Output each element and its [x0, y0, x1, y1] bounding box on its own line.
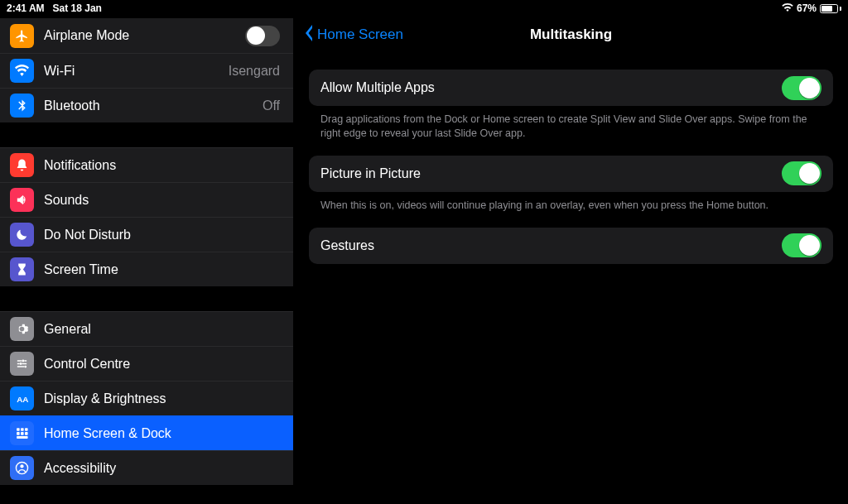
sidebar-item-access[interactable]: Accessibility — [0, 450, 293, 485]
back-label: Home Screen — [317, 26, 403, 43]
sidebar-item-display[interactable]: AADisplay & Brightness — [0, 381, 293, 415]
chevron-left-icon — [304, 25, 314, 46]
status-date: Sat 18 Jan — [53, 2, 102, 14]
bell-icon — [10, 153, 34, 177]
sidebar-item-notifications[interactable]: Notifications — [0, 147, 293, 182]
sidebar-item-label: Home Screen & Dock — [44, 426, 280, 441]
svg-point-0 — [22, 360, 25, 362]
sidebar-item-screentime[interactable]: Screen Time — [0, 252, 293, 286]
battery-icon — [820, 4, 841, 13]
toggle-switch[interactable] — [782, 76, 822, 100]
setting-label: Picture in Picture — [320, 166, 421, 181]
page-title: Multitasking — [530, 26, 612, 43]
hourglass-icon — [10, 257, 34, 281]
svg-rect-7 — [17, 432, 20, 435]
svg-rect-10 — [17, 436, 27, 439]
person-icon — [10, 456, 34, 480]
svg-point-12 — [20, 464, 23, 468]
status-time: 2:41 AM — [7, 2, 45, 14]
wifi-icon — [10, 59, 34, 83]
svg-text:AA: AA — [17, 395, 28, 404]
svg-point-1 — [20, 362, 22, 365]
setting-label: Gestures — [320, 238, 374, 253]
svg-rect-4 — [17, 428, 20, 431]
settings-sidebar: Settings Airplane ModeWi-FiIsengardBluet… — [0, 17, 294, 504]
back-button[interactable]: Home Screen — [304, 25, 403, 46]
svg-rect-5 — [21, 428, 24, 431]
detail-pane: Home Screen Multitasking Allow Multiple … — [294, 17, 848, 504]
sidebar-item-dnd[interactable]: Do Not Disturb — [0, 217, 293, 252]
sidebar-item-wifi[interactable]: Wi-FiIsengard — [0, 53, 293, 88]
sidebar-item-label: General — [44, 322, 280, 337]
svg-rect-6 — [25, 428, 28, 431]
svg-rect-9 — [25, 432, 28, 435]
sidebar-item-control[interactable]: Control Centre — [0, 346, 293, 381]
sidebar-item-label: Display & Brightness — [44, 391, 280, 406]
speaker-icon — [10, 188, 34, 212]
sidebar-item-airplane[interactable]: Airplane Mode — [0, 18, 293, 53]
moon-icon — [10, 223, 34, 247]
airplane-icon — [10, 24, 34, 48]
setting-row-gestures: Gestures — [309, 228, 833, 264]
aa-icon: AA — [10, 386, 34, 410]
setting-footer: Drag applications from the Dock or Home … — [309, 106, 833, 156]
sidebar-item-label: Bluetooth — [44, 98, 253, 113]
sidebar-item-label: Accessibility — [44, 461, 280, 476]
sidebar-item-label: Do Not Disturb — [44, 228, 280, 242]
setting-row-picture-in-picture: Picture in Picture — [309, 156, 833, 192]
bluetooth-icon — [10, 94, 34, 118]
setting-footer: When this is on, videos will continue pl… — [309, 192, 833, 228]
sidebar-item-label: Wi-Fi — [44, 64, 219, 79]
svg-rect-8 — [21, 432, 24, 435]
sidebar-item-home[interactable]: Home Screen & Dock — [0, 415, 293, 450]
wifi-icon — [782, 2, 793, 14]
svg-point-2 — [24, 366, 26, 368]
sidebar-item-bluetooth[interactable]: BluetoothOff — [0, 88, 293, 122]
sidebar-item-detail: Off — [263, 98, 280, 113]
sidebar-item-label: Sounds — [44, 193, 280, 208]
sidebar-item-sounds[interactable]: Sounds — [0, 182, 293, 217]
sliders-icon — [10, 352, 34, 376]
sidebar-item-label: Screen Time — [44, 262, 280, 277]
toggle-switch[interactable] — [782, 161, 822, 185]
toggle-switch[interactable] — [782, 233, 822, 257]
battery-percent: 67% — [797, 2, 817, 14]
sidebar-item-label: Airplane Mode — [44, 28, 235, 43]
toggle-switch[interactable] — [245, 26, 280, 46]
sidebar-item-general[interactable]: General — [0, 311, 293, 346]
setting-row-allow-multiple-apps: Allow Multiple Apps — [309, 70, 833, 106]
sidebar-item-label: Notifications — [44, 158, 280, 173]
grid-icon — [10, 421, 34, 445]
sidebar-item-detail: Isengard — [229, 64, 280, 79]
setting-label: Allow Multiple Apps — [320, 80, 435, 95]
sidebar-item-label: Control Centre — [44, 357, 280, 372]
gear-icon — [10, 317, 34, 341]
status-bar: 2:41 AM Sat 18 Jan 67% — [0, 0, 848, 17]
